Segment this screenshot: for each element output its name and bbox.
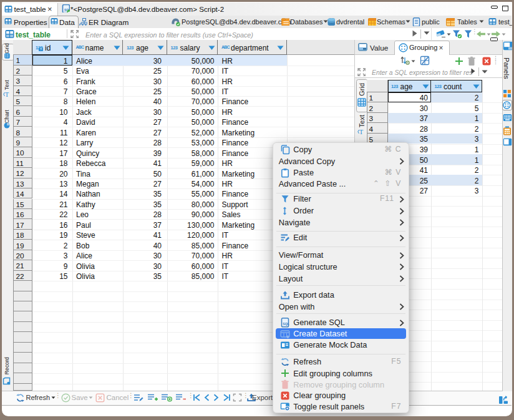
svg-text:T: T <box>359 129 363 135</box>
svg-text:SQL: SQL <box>283 322 289 326</box>
svg-text:T: T <box>5 91 9 97</box>
